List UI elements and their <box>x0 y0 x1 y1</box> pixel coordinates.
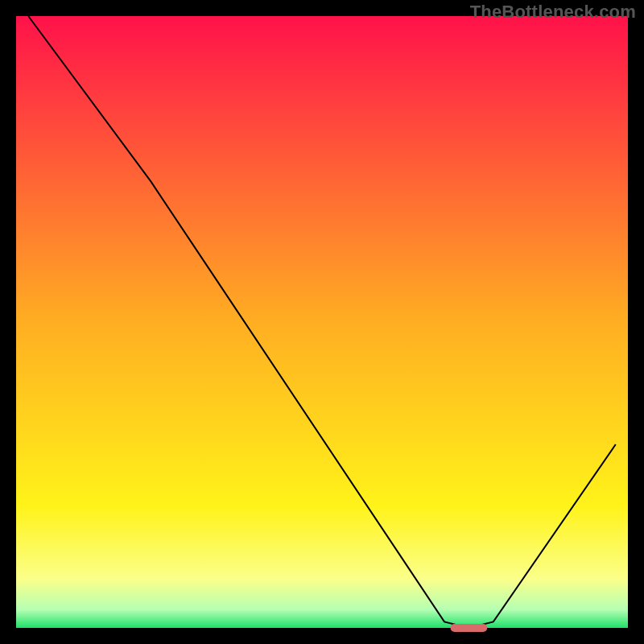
chart-plot-area <box>16 16 628 628</box>
watermark-text: TheBottleneck.com <box>470 2 636 23</box>
bottleneck-chart: TheBottleneck.com <box>0 0 644 644</box>
chart-canvas <box>0 0 644 644</box>
optimal-marker <box>451 624 488 632</box>
